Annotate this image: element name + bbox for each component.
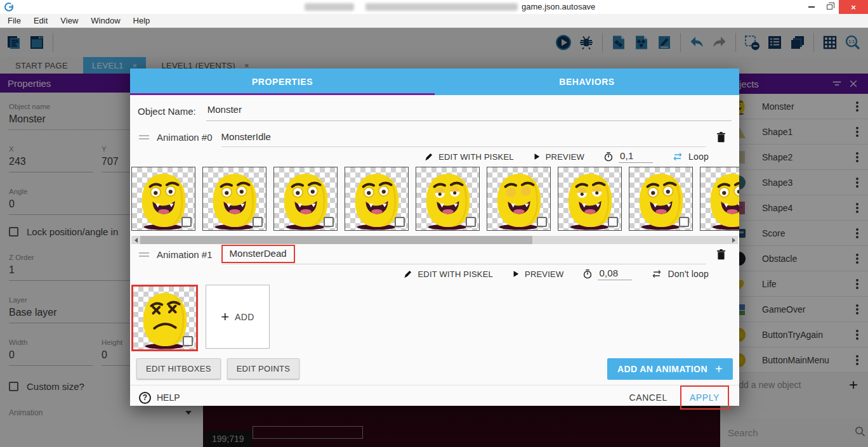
loop-toggle[interactable]: Loop <box>672 152 709 162</box>
scroll-right-icon[interactable] <box>729 236 738 244</box>
minimize-button[interactable] <box>802 0 820 14</box>
object-name-label: Object Name: <box>138 106 196 117</box>
animation0-frame-4[interactable] <box>345 167 409 231</box>
drag-handle-icon[interactable] <box>139 250 149 259</box>
preview-button[interactable]: PREVIEW <box>512 269 563 279</box>
restore-icon <box>827 4 832 10</box>
play-icon <box>533 153 541 160</box>
animation0-frame-3[interactable] <box>273 167 338 231</box>
frame-delay-input[interactable]: 0,1 <box>619 150 653 163</box>
menu-help[interactable]: Help <box>127 16 157 25</box>
object-editor-dialog: PROPERTIES BEHAVIORS Object Name: Monste… <box>130 68 739 406</box>
animation1-frame-1[interactable] <box>131 285 198 351</box>
menu-edit[interactable]: Edit <box>27 16 54 25</box>
frame-select-checkbox[interactable] <box>395 217 405 227</box>
dialog-tabbar: PROPERTIES BEHAVIORS <box>130 68 739 95</box>
scrollbar-thumb[interactable] <box>140 236 532 244</box>
loop-icon <box>672 152 683 161</box>
animation0-frames <box>130 167 739 233</box>
cancel-button[interactable]: CANCEL <box>621 387 674 408</box>
tab-properties[interactable]: PROPERTIES <box>130 68 435 95</box>
animation-label: Animation #1 <box>157 249 213 260</box>
titlebar: game.json.autosave × <box>0 0 868 14</box>
frame-select-checkbox[interactable] <box>324 217 334 227</box>
loop-toggle[interactable]: Don't loop <box>651 269 709 279</box>
animation-name-input-highlighted[interactable]: MonsterDead <box>221 245 295 263</box>
animation1-header: Animation #1 MonsterDead <box>130 244 739 264</box>
plus-icon: + <box>715 365 723 373</box>
delete-animation-button[interactable] <box>711 131 730 143</box>
help-button[interactable]: ? HELP <box>139 392 180 404</box>
menu-view[interactable]: View <box>54 16 84 25</box>
plus-icon: + <box>221 309 229 325</box>
animation0-header: Animation #0 MonsterIdle <box>130 127 739 147</box>
object-name-row: Object Name: Monster <box>130 95 739 127</box>
app-logo-icon <box>4 2 14 12</box>
dialog-actions-row: EDIT HITBOXES EDIT POINTS ADD AN ANIMATI… <box>130 354 739 380</box>
gdevelop-window: game.json.autosave × FileEditViewWindowH… <box>0 0 868 447</box>
add-animation-button[interactable]: ADD AN ANIMATION + <box>607 358 733 380</box>
animation-label: Animation #0 <box>157 132 213 143</box>
active-tab-indicator <box>130 93 435 95</box>
scroll-left-icon[interactable] <box>131 236 140 244</box>
pencil-icon <box>403 269 412 279</box>
window-controls: × <box>802 0 868 14</box>
drag-handle-icon[interactable] <box>139 133 149 141</box>
question-icon: ? <box>139 392 151 404</box>
animation0-frame-6[interactable] <box>487 167 551 231</box>
time-between-frames: 0,1 <box>603 150 653 163</box>
play-icon <box>512 270 520 278</box>
dialog-footer: ? HELP CANCEL APPLY <box>130 385 739 410</box>
edit-with-piskel-button[interactable]: EDIT WITH PISKEL <box>403 269 493 279</box>
object-name-input[interactable]: Monster <box>206 101 732 121</box>
animation0-frame-9[interactable] <box>700 167 739 231</box>
frame-select-checkbox[interactable] <box>679 217 689 227</box>
timer-icon <box>603 152 614 162</box>
loop-icon <box>651 269 662 278</box>
timer-icon <box>582 269 593 279</box>
apply-button[interactable]: APPLY <box>690 392 720 403</box>
menu-file[interactable]: File <box>1 16 27 25</box>
animation1-frames: +ADD <box>130 285 739 354</box>
menu-window[interactable]: Window <box>84 16 126 25</box>
window-title: game.json.autosave <box>522 2 595 11</box>
blurred-path-segment <box>365 3 518 11</box>
frame-select-checkbox[interactable] <box>466 217 476 227</box>
edit-hitboxes-button[interactable]: EDIT HITBOXES <box>136 358 221 379</box>
blurred-path-segment <box>305 3 354 11</box>
preview-button[interactable]: PREVIEW <box>533 152 584 162</box>
frame-select-checkbox[interactable] <box>181 217 192 227</box>
frames-scrollbar[interactable] <box>131 236 738 244</box>
restore-button[interactable] <box>820 0 839 14</box>
frame-select-checkbox[interactable] <box>183 336 193 346</box>
pencil-icon <box>424 152 433 162</box>
animation0-frame-8[interactable] <box>629 167 693 231</box>
animation0-frame-5[interactable] <box>416 167 480 231</box>
menu-bar: FileEditViewWindowHelp <box>0 14 868 28</box>
edit-with-piskel-button[interactable]: EDIT WITH PISKEL <box>424 152 514 162</box>
animation0-controls: EDIT WITH PISKEL PREVIEW 0,1 Loop <box>130 147 739 166</box>
frame-delay-input[interactable]: 0,08 <box>598 268 632 280</box>
delete-animation-button[interactable] <box>711 249 730 261</box>
animation0-frame-7[interactable] <box>558 167 622 231</box>
animation-name-input[interactable]: MonsterIdle <box>221 131 271 142</box>
time-between-frames: 0,08 <box>582 268 632 280</box>
animation1-controls: EDIT WITH PISKEL PREVIEW 0,08 Don't loop <box>130 264 739 283</box>
animation0-frame-2[interactable] <box>202 167 266 231</box>
apply-annotation-box: APPLY <box>680 385 729 410</box>
animation0-frame-1[interactable] <box>131 167 195 231</box>
frame-select-checkbox[interactable] <box>608 217 618 227</box>
close-icon: × <box>851 3 856 12</box>
edit-points-button[interactable]: EDIT POINTS <box>227 358 300 379</box>
tab-behaviors[interactable]: BEHAVIORS <box>435 68 739 95</box>
close-button[interactable]: × <box>839 0 868 14</box>
minimize-icon <box>808 6 815 8</box>
frame-select-checkbox[interactable] <box>253 217 263 227</box>
frame-select-checkbox[interactable] <box>537 217 547 227</box>
add-frame-button[interactable]: +ADD <box>206 285 270 349</box>
